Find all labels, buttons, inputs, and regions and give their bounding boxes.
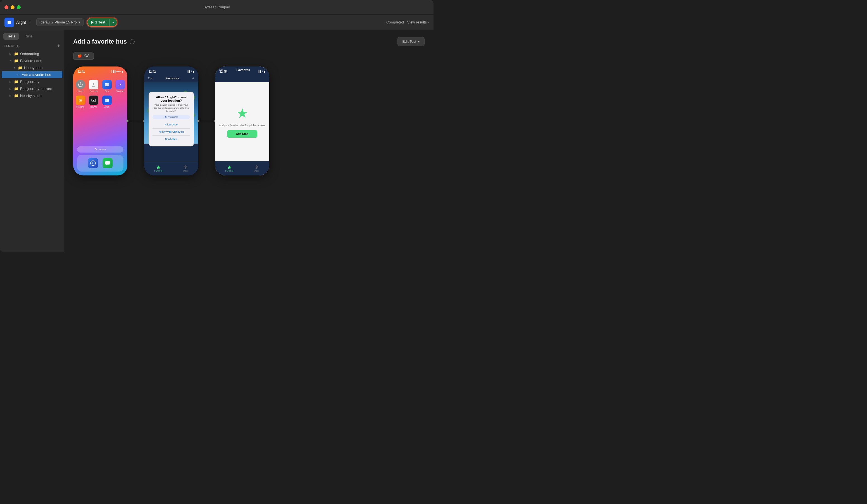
nav-edit[interactable]: Edit xyxy=(148,77,152,79)
chevron-right-icon: ▶ xyxy=(10,53,12,55)
connector-dot-left xyxy=(197,120,200,122)
screens-area: 12:41 ▐▐▐ WiFi ▮ xyxy=(73,66,425,175)
permission-buttons: Allow Once Allow While Using App Don't A… xyxy=(152,121,190,142)
nav-title: Favorites xyxy=(165,77,179,80)
dont-allow-button[interactable]: Don't Allow xyxy=(152,136,190,142)
chevron-right-icon: ▶ xyxy=(10,94,12,97)
app-files[interactable]: Files xyxy=(102,80,112,92)
app-icon xyxy=(4,18,14,27)
toolbar: Alight ▾ (default) iPhone 15 Pro ▾ 1 Tes… xyxy=(0,14,434,30)
sidebar-item-bus-journey[interactable]: ▶ 📁 Bus journey xyxy=(2,78,62,85)
svg-rect-2 xyxy=(8,23,10,23)
phone2-time: 12:42 xyxy=(149,70,156,73)
sidebar-item-onboarding[interactable]: ▶ 📁 Onboarding xyxy=(2,50,62,57)
sidebar-item-label: Nearby stops xyxy=(20,94,42,98)
nav-plus[interactable]: + xyxy=(192,76,194,81)
sidebar-item-label: Bus journey - errors xyxy=(20,87,52,91)
bottom-nav-favorites[interactable]: Favorites xyxy=(225,165,234,172)
shortcuts-icon xyxy=(115,80,125,89)
folder-icon: 📁 xyxy=(14,94,19,98)
wifi-icon: WiFi xyxy=(116,71,121,73)
view-results-button[interactable]: View results › xyxy=(407,20,429,24)
signal-icon: ▐▐ xyxy=(187,71,190,73)
edit-test-button[interactable]: Edit Test ▾ xyxy=(397,37,425,46)
svg-rect-12 xyxy=(106,100,107,101)
device-selector[interactable]: (default) iPhone 15 Pro ▾ xyxy=(36,19,84,26)
bottom-nav-label: Stops xyxy=(254,170,259,172)
freeform-icon xyxy=(76,96,85,105)
search-label: Search xyxy=(99,148,106,151)
bottom-nav-stops[interactable]: Stops xyxy=(254,165,259,172)
tab-tests[interactable]: Tests xyxy=(3,33,19,40)
phone3-content: 12:45 ▐▐ ⌇ ▮ Edit Favorites + xyxy=(215,66,269,175)
chevron-right-icon: ▶ xyxy=(10,81,12,83)
sidebar-tabs: Tests Runs xyxy=(0,30,64,41)
favorites-empty-text: Add your favorite rides for quicker acce… xyxy=(219,124,265,128)
connector-1 xyxy=(127,121,144,121)
home-search-bar[interactable]: Search xyxy=(77,147,124,152)
sidebar-item-favorite-rides[interactable]: ▼ 📁 Favorite rides xyxy=(2,57,62,64)
app-notdvr[interactable]: NoDVR xyxy=(89,96,99,108)
page-title: Add a favorite bus xyxy=(73,38,127,45)
title-group: Add a favorite bus i xyxy=(73,38,135,45)
app-logo[interactable]: Alight ▾ xyxy=(4,18,31,27)
allow-once-button[interactable]: Allow Once xyxy=(152,121,190,128)
permission-body: Your location is used to track your ride… xyxy=(152,103,190,113)
app-label: Watch xyxy=(78,90,83,92)
app-watch[interactable]: Watch xyxy=(75,80,85,92)
ios-platform-badge: 🍎 iOS xyxy=(73,52,94,60)
precise-location-toggle[interactable]: Precise: On xyxy=(152,115,190,119)
svg-rect-11 xyxy=(106,100,108,100)
watch-icon xyxy=(76,80,85,89)
home-apps-grid: Watch Contacts xyxy=(73,78,127,110)
tab-runs[interactable]: Runs xyxy=(21,33,36,40)
main-layout: Tests Runs TESTS (1) + ▶ 📁 Onboarding xyxy=(0,30,434,252)
minimize-button[interactable] xyxy=(11,5,14,9)
wifi-icon: ⌇ xyxy=(262,71,263,73)
app-freeform[interactable]: Freeform xyxy=(75,96,85,108)
bottom-nav-favorites[interactable]: Favorites xyxy=(154,165,162,172)
fullscreen-button[interactable] xyxy=(17,5,21,9)
sidebar-item-bus-journey-errors[interactable]: ▶ 📁 Bus journey - errors xyxy=(2,85,62,92)
info-icon[interactable]: i xyxy=(130,39,135,44)
phone-screen-3: 12:45 ▐▐ ⌇ ▮ Edit Favorites + xyxy=(215,66,269,175)
run-button-group: 1 Test ▾ xyxy=(87,18,118,27)
bottom-nav-label: Stops xyxy=(183,170,188,172)
bottom-nav-label: Favorites xyxy=(154,170,162,172)
svg-point-13 xyxy=(95,148,97,150)
close-button[interactable] xyxy=(4,5,8,9)
phone1-content: 12:41 ▐▐▐ WiFi ▮ xyxy=(73,66,127,175)
view-results-label: View results xyxy=(407,20,427,24)
app-label: Freeform xyxy=(76,106,84,108)
sidebar-item-add-favorite-bus[interactable]: — Add a favorite bus xyxy=(2,71,62,78)
app-alight[interactable]: Alight xyxy=(102,96,112,108)
phone-screen-1: 12:41 ▐▐▐ WiFi ▮ xyxy=(73,66,127,175)
battery-icon: ▮ xyxy=(122,71,123,73)
svg-rect-1 xyxy=(8,22,10,22)
permission-title: Allow "Alight" to use your location? xyxy=(152,96,190,102)
bottom-nav-stops[interactable]: Stops xyxy=(183,165,188,172)
star-icon: ★ xyxy=(236,105,248,121)
run-button[interactable]: 1 Test xyxy=(87,18,109,26)
folder-icon: 📁 xyxy=(18,66,22,70)
app-shortcuts[interactable]: Shortcuts xyxy=(115,80,126,92)
folder-icon: 📁 xyxy=(14,52,19,56)
connector-line xyxy=(198,121,215,121)
permission-dialog: Allow "Alight" to use your location? You… xyxy=(149,92,194,147)
signal-icon: ▐▐▐ xyxy=(110,71,115,73)
phone1-status-icons: ▐▐▐ WiFi ▮ xyxy=(110,71,123,73)
dock-safari[interactable] xyxy=(88,158,98,168)
add-stop-button[interactable]: Add Stop xyxy=(227,130,257,138)
app-contacts[interactable]: Contacts xyxy=(89,80,99,92)
add-test-button[interactable]: + xyxy=(57,44,60,48)
sidebar-section-header: TESTS (1) + xyxy=(0,41,64,49)
sidebar-item-happy-path[interactable]: ▼ 📁 Happy path xyxy=(2,64,62,71)
titlebar: Bytesalt Runpad xyxy=(0,0,434,14)
run-dropdown-button[interactable]: ▾ xyxy=(109,19,117,26)
app-dropdown-icon[interactable]: ▾ xyxy=(29,21,31,24)
dock-messages[interactable] xyxy=(103,158,113,168)
content-area: Add a favorite bus i Edit Test ▾ 🍎 iOS xyxy=(64,30,434,252)
allow-while-using-button[interactable]: Allow While Using App xyxy=(152,128,190,135)
sidebar-item-nearby-stops[interactable]: ▶ 📁 Nearby stops xyxy=(2,92,62,99)
phone3-status-icons: ▐▐ ⌇ ▮ xyxy=(258,71,265,73)
